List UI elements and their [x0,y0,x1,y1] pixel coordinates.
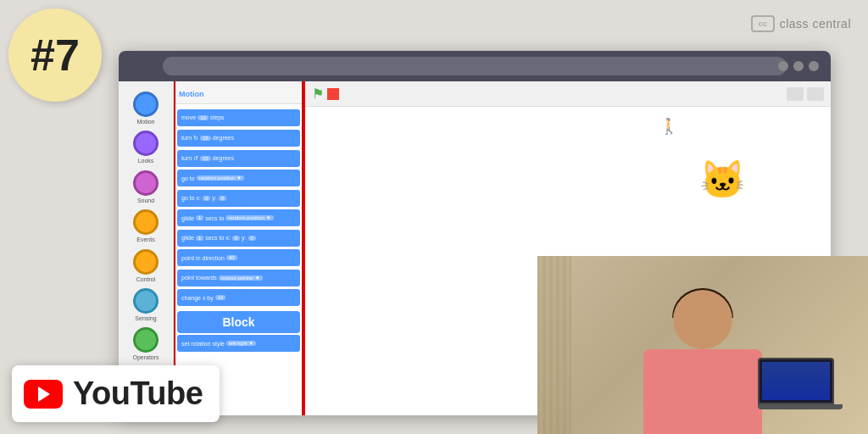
blocks-container: move 10 steps turn ↻ 15 degrees turn ↺ 1… [174,104,303,357]
red-line-right [302,81,303,415]
window-titlebar [119,51,831,81]
category-item-control[interactable]: Control [133,249,159,283]
window-addressbar [163,57,787,75]
block-point-direction[interactable]: point in direction 90 [177,249,300,266]
window-dot-2 [793,61,804,71]
category-item-motion[interactable]: Motion [133,92,159,125]
window-dot-1 [778,61,788,71]
number-badge: #7 [8,8,102,102]
green-flag-button[interactable]: ⚑ [312,86,324,102]
playback-controls: ⚑ [312,86,339,102]
youtube-play-icon [38,387,50,402]
main-container: #7 cc class central [0,0,868,434]
category-item-sound[interactable]: Sound [133,170,159,204]
block-banner-text: Block [222,315,254,329]
block-glide-xy[interactable]: glide 1 secs to x: 0 y: 0 [177,230,300,247]
block-move[interactable]: move 10 steps [177,109,300,126]
block-glide-random[interactable]: glide 1 secs to random position ▼ [177,209,300,226]
laptop-screen-content [762,362,830,400]
block-goto-random[interactable]: go to random position ▼ [177,170,300,186]
person-shirt [643,349,762,434]
youtube-label: YouTube [73,376,203,412]
laptop-base [758,404,843,409]
block-turn-cw[interactable]: turn ↻ 15 degrees [177,130,300,147]
badge-number: #7 [31,30,80,81]
youtube-icon [24,380,63,409]
looks-dot [133,131,159,156]
stop-button[interactable] [327,88,339,100]
operators-dot [133,327,159,353]
sound-dot [133,170,159,196]
operators-label: Operators [132,354,159,361]
fullscreen-button[interactable] [807,87,824,101]
block-point-towards[interactable]: point towards mouse-pointer ▼ [177,270,300,287]
events-label: Events [136,236,154,243]
block-label-banner: Block [177,311,300,333]
cc-icon: cc [751,15,775,32]
block-set-rotation[interactable]: set rotation style left-right ▼ [177,335,300,352]
sensing-label: Sensing [135,315,156,322]
motion-label: Motion [136,119,154,125]
scratch-cat-sprite: 🐱 [699,158,746,202]
video-thumbnail [537,256,868,434]
classcentral-logo: cc class central [751,15,851,32]
events-dot [133,209,159,235]
looks-label: Looks [138,158,154,164]
sound-label: Sound [137,198,154,204]
blocks-panel-header: Motion [174,81,303,104]
laptop [758,358,843,417]
scratch-stage-toolbar: ⚑ [305,81,831,107]
motion-section-label: Motion [179,90,204,98]
laptop-screen [758,358,834,404]
block-change-x[interactable]: change x by 10 [177,289,300,306]
youtube-badge: YouTube [12,365,220,422]
sensing-dot [133,288,159,314]
control-dot [133,249,159,275]
category-item-operators[interactable]: Operators [132,327,159,361]
category-item-looks[interactable]: Looks [133,131,159,164]
block-turn-ccw[interactable]: turn ↺ 15 degrees [177,150,300,167]
category-item-sensing[interactable]: Sensing [133,288,159,322]
view-controls [787,87,824,101]
window-dot-3 [809,61,819,71]
category-item-events[interactable]: Events [133,209,159,243]
motion-dot [133,92,159,117]
control-label: Control [136,276,156,283]
classcentral-name: class central [780,17,851,31]
block-goto-xy[interactable]: go to x: 0 y: 0 [177,190,300,207]
window-controls [778,61,819,71]
expand-button[interactable] [787,87,804,101]
person-head [673,290,732,349]
walking-sprite: 🚶 [659,117,678,136]
